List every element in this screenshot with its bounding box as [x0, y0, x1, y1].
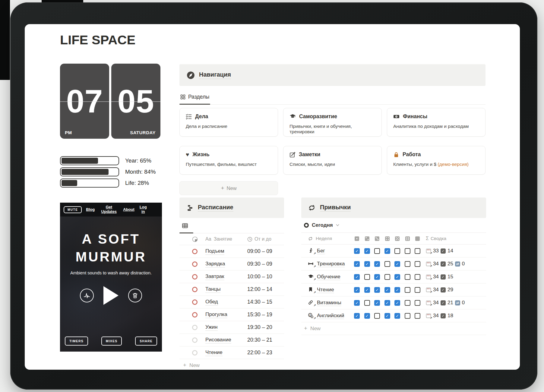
schedule-item-link[interactable]: Прогулка: [205, 311, 227, 318]
day-checkbox[interactable]: [415, 261, 420, 267]
share-button[interactable]: SHARE: [135, 337, 157, 346]
schedule-row[interactable]: Танцы 12:00 – 14: [179, 283, 284, 296]
schedule-row[interactable]: Завтрак 10:00 – 10: [179, 270, 284, 283]
habit-link[interactable]: Тренировка: [317, 261, 345, 267]
day-checkbox[interactable]: [374, 261, 380, 267]
dice-5-icon[interactable]: [392, 236, 403, 241]
day-checkbox[interactable]: [415, 248, 420, 254]
schedule-item-link[interactable]: Чтение: [205, 349, 223, 356]
day-checkbox[interactable]: [405, 300, 410, 306]
day-checkbox[interactable]: [405, 287, 410, 293]
dice-6-icon[interactable]: [403, 236, 413, 241]
schedule-row[interactable]: Чтение 22:00 – 23: [179, 346, 284, 359]
day-checkbox[interactable]: [354, 313, 360, 319]
day-checkbox[interactable]: [354, 287, 360, 293]
card-rabota[interactable]: Работа Клиенты, услуги и $ (демо-версия): [387, 146, 485, 175]
day-checkbox[interactable]: [394, 248, 400, 254]
day-checkbox[interactable]: [354, 300, 360, 306]
dice-4-icon[interactable]: [382, 236, 393, 241]
habit-row[interactable]: Чтение 34 29: [301, 283, 486, 296]
square-day-icon[interactable]: [413, 236, 423, 241]
blog-link[interactable]: Blog: [86, 207, 95, 212]
schedule-item-link[interactable]: Подъем: [205, 248, 224, 255]
day-checkbox[interactable]: [364, 287, 370, 293]
tab-razdely[interactable]: Разделы: [179, 89, 210, 104]
column-header-summary[interactable]: Σ Сводка: [426, 236, 446, 241]
column-header-week[interactable]: Неделя: [308, 236, 352, 241]
day-checkbox[interactable]: [394, 300, 400, 306]
day-checkbox[interactable]: [394, 287, 400, 293]
day-checkbox[interactable]: [364, 261, 370, 267]
day-checkbox[interactable]: [405, 313, 410, 319]
day-checkbox[interactable]: [394, 261, 400, 267]
day-checkbox[interactable]: [354, 274, 360, 280]
column-header-name[interactable]: Аа Занятие: [205, 236, 232, 242]
card-zametki[interactable]: Заметки Списки, мысли, идеи: [283, 146, 382, 175]
status-ring[interactable]: [192, 337, 198, 343]
new-schedule-row-button[interactable]: New: [179, 359, 284, 370]
day-checkbox[interactable]: [364, 313, 370, 319]
status-ring[interactable]: [192, 350, 198, 356]
habit-row[interactable]: Тренировка 34 2: [301, 258, 486, 270]
schedule-item-link[interactable]: Завтрак: [205, 273, 224, 280]
habit-link[interactable]: Английский: [317, 313, 344, 319]
day-checkbox[interactable]: [405, 274, 410, 280]
card-finansy[interactable]: Финансы Аналитика по доходам и расходам: [387, 108, 485, 137]
mixes-button[interactable]: MIXES: [101, 337, 122, 346]
new-section-button[interactable]: New: [179, 181, 278, 195]
table-view-icon[interactable]: [182, 223, 188, 228]
day-checkbox[interactable]: [384, 274, 390, 280]
day-checkbox[interactable]: [364, 274, 370, 280]
schedule-row[interactable]: Обед 14:30 – 15: [179, 296, 284, 308]
day-checkbox[interactable]: [384, 261, 390, 267]
status-ring[interactable]: [192, 249, 198, 254]
status-ring[interactable]: [192, 274, 198, 280]
dice-1-icon[interactable]: [352, 236, 362, 241]
mute-button[interactable]: MUTE: [64, 206, 82, 213]
day-checkbox[interactable]: [364, 248, 370, 254]
day-checkbox[interactable]: [405, 248, 410, 254]
day-checkbox[interactable]: [364, 300, 370, 306]
habit-link[interactable]: Чтение: [317, 287, 334, 293]
card-zhizn[interactable]: ♥ Жизнь Путешествия, фильмы, вишлист: [179, 146, 278, 175]
day-checkbox[interactable]: [384, 248, 390, 254]
day-checkbox[interactable]: [384, 287, 390, 293]
day-checkbox[interactable]: [374, 248, 380, 254]
schedule-row[interactable]: Зарядка 09:30 – 09: [179, 258, 284, 270]
day-checkbox[interactable]: [374, 287, 380, 293]
status-ring[interactable]: [192, 325, 198, 330]
day-checkbox[interactable]: [405, 261, 410, 267]
habit-row[interactable]: Витамины 34 21: [301, 296, 486, 309]
habits-section-banner[interactable]: Привычки: [301, 198, 486, 218]
day-checkbox[interactable]: [374, 313, 380, 319]
day-checkbox[interactable]: [384, 313, 390, 319]
column-header-time[interactable]: От и до: [247, 236, 284, 242]
day-checkbox[interactable]: [374, 274, 380, 280]
day-checkbox[interactable]: [384, 300, 390, 306]
view-selector-today[interactable]: Сегодня: [301, 218, 486, 233]
waveform-icon[interactable]: [80, 289, 94, 302]
day-checkbox[interactable]: [374, 300, 380, 306]
status-ring[interactable]: [192, 261, 198, 267]
status-ring[interactable]: [192, 287, 198, 292]
day-checkbox[interactable]: [354, 248, 360, 254]
habit-row[interactable]: Бег 33 14: [301, 245, 486, 258]
schedule-row[interactable]: Рисование 20:30 – 21: [179, 334, 284, 346]
schedule-section-banner[interactable]: Расписание: [179, 198, 284, 218]
day-checkbox[interactable]: [415, 274, 420, 280]
schedule-item-link[interactable]: Обед: [205, 299, 218, 305]
habit-link[interactable]: Обучение: [317, 274, 340, 280]
trash-icon[interactable]: [128, 289, 142, 302]
schedule-row[interactable]: Прогулка 15:30 – 19: [179, 308, 284, 321]
log-in-link[interactable]: Log in: [139, 205, 148, 214]
schedule-item-link[interactable]: Рисование: [205, 337, 231, 343]
navigation-section-banner[interactable]: Навигация: [179, 64, 485, 86]
day-checkbox[interactable]: [394, 313, 400, 319]
habit-row[interactable]: £ Английский 34: [301, 309, 486, 322]
dice-2-icon[interactable]: [362, 236, 372, 241]
habit-link[interactable]: Витамины: [317, 300, 341, 306]
day-checkbox[interactable]: [415, 300, 420, 306]
status-ring[interactable]: [192, 299, 198, 305]
day-checkbox[interactable]: [415, 313, 420, 319]
new-habit-row-button[interactable]: New: [301, 322, 486, 335]
